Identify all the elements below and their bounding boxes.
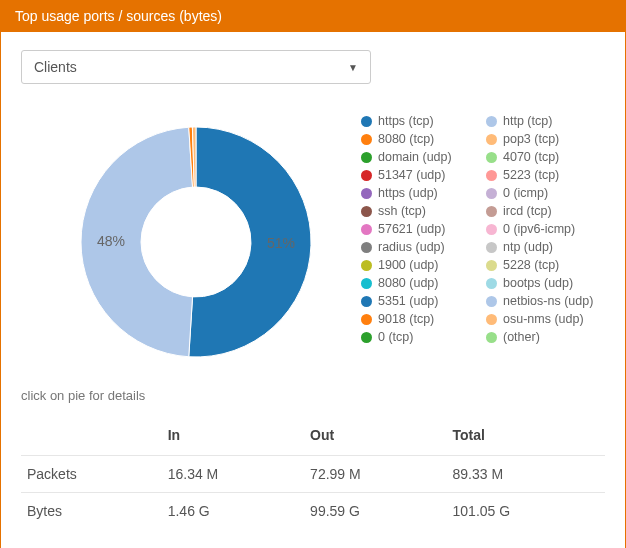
legend-swatch <box>361 170 372 181</box>
panel-body: Clients ▼ 51%48% https (tcp)http (tcp)80… <box>1 32 625 548</box>
legend-swatch <box>486 296 497 307</box>
legend-item[interactable]: 0 (ipv6-icmp) <box>486 222 605 236</box>
legend-item[interactable]: 1900 (udp) <box>361 258 480 272</box>
panel-title: Top usage ports / sources (bytes) <box>15 8 222 24</box>
chart-area: 51%48% https (tcp)http (tcp)8080 (tcp)po… <box>21 112 605 372</box>
donut-chart-container: 51%48% <box>21 112 361 372</box>
legend-item[interactable]: pop3 (tcp) <box>486 132 605 146</box>
legend-item[interactable]: ntp (udp) <box>486 240 605 254</box>
legend-label: ntp (udp) <box>503 240 553 254</box>
legend-swatch <box>486 224 497 235</box>
view-select[interactable]: Clients ▼ <box>21 50 371 84</box>
legend-label: osu-nms (udp) <box>503 312 584 326</box>
donut-chart[interactable]: 51%48% <box>51 112 331 372</box>
legend-swatch <box>486 314 497 325</box>
legend-swatch <box>361 260 372 271</box>
legend-item[interactable]: 4070 (tcp) <box>486 150 605 164</box>
legend-swatch <box>361 296 372 307</box>
legend-label: 1900 (udp) <box>378 258 438 272</box>
legend-item[interactable]: https (tcp) <box>361 114 480 128</box>
legend-item[interactable]: 0 (tcp) <box>361 330 480 344</box>
stats-table: In Out Total Packets16.34 M72.99 M89.33 … <box>21 417 605 529</box>
legend-swatch <box>361 188 372 199</box>
legend-item[interactable]: 9018 (tcp) <box>361 312 480 326</box>
legend-swatch <box>486 170 497 181</box>
legend-item[interactable]: 0 (icmp) <box>486 186 605 200</box>
legend-label: 0 (tcp) <box>378 330 413 344</box>
legend-swatch <box>361 116 372 127</box>
legend-label: 0 (icmp) <box>503 186 548 200</box>
legend-item[interactable]: 51347 (udp) <box>361 168 480 182</box>
legend-label: 4070 (tcp) <box>503 150 559 164</box>
legend-item[interactable]: 5223 (tcp) <box>486 168 605 182</box>
legend-item[interactable]: ssh (tcp) <box>361 204 480 218</box>
col-in: In <box>162 417 304 456</box>
slice-percent-label: 48% <box>97 233 125 249</box>
legend-swatch <box>361 134 372 145</box>
legend-item[interactable]: radius (udp) <box>361 240 480 254</box>
slice-percent-label: 51% <box>267 235 295 251</box>
legend-item[interactable]: bootps (udp) <box>486 276 605 290</box>
chart-hint: click on pie for details <box>21 388 605 403</box>
legend-item[interactable]: https (udp) <box>361 186 480 200</box>
legend-label: 57621 (udp) <box>378 222 445 236</box>
cell-out: 99.59 G <box>304 493 446 530</box>
legend-item[interactable]: http (tcp) <box>486 114 605 128</box>
legend-item[interactable]: 5228 (tcp) <box>486 258 605 272</box>
legend-swatch <box>486 278 497 289</box>
legend-swatch <box>361 332 372 343</box>
legend-label: 0 (ipv6-icmp) <box>503 222 575 236</box>
legend-swatch <box>361 242 372 253</box>
legend-label: bootps (udp) <box>503 276 573 290</box>
panel: Top usage ports / sources (bytes) Client… <box>0 0 626 548</box>
legend-swatch <box>486 116 497 127</box>
legend-label: 8080 (udp) <box>378 276 438 290</box>
legend-label: http (tcp) <box>503 114 552 128</box>
legend-label: (other) <box>503 330 540 344</box>
legend: https (tcp)http (tcp)8080 (tcp)pop3 (tcp… <box>361 112 605 372</box>
legend-swatch <box>486 188 497 199</box>
legend-swatch <box>486 260 497 271</box>
legend-label: pop3 (tcp) <box>503 132 559 146</box>
cell-total: 89.33 M <box>447 456 605 493</box>
legend-swatch <box>361 314 372 325</box>
legend-label: radius (udp) <box>378 240 445 254</box>
legend-label: 51347 (udp) <box>378 168 445 182</box>
legend-label: https (udp) <box>378 186 438 200</box>
legend-swatch <box>486 206 497 217</box>
col-total: Total <box>447 417 605 456</box>
cell-label: Packets <box>21 456 162 493</box>
legend-swatch <box>486 134 497 145</box>
table-header-row: In Out Total <box>21 417 605 456</box>
col-blank <box>21 417 162 456</box>
legend-label: https (tcp) <box>378 114 434 128</box>
legend-item[interactable]: netbios-ns (udp) <box>486 294 605 308</box>
cell-total: 101.05 G <box>447 493 605 530</box>
legend-label: 5228 (tcp) <box>503 258 559 272</box>
legend-item[interactable]: osu-nms (udp) <box>486 312 605 326</box>
legend-swatch <box>361 206 372 217</box>
legend-label: 5351 (udp) <box>378 294 438 308</box>
legend-item[interactable]: 8080 (tcp) <box>361 132 480 146</box>
legend-item[interactable]: domain (udp) <box>361 150 480 164</box>
legend-swatch <box>361 224 372 235</box>
legend-swatch <box>361 278 372 289</box>
legend-swatch <box>486 332 497 343</box>
table-row: Packets16.34 M72.99 M89.33 M <box>21 456 605 493</box>
legend-item[interactable]: ircd (tcp) <box>486 204 605 218</box>
cell-out: 72.99 M <box>304 456 446 493</box>
panel-header: Top usage ports / sources (bytes) <box>1 0 625 32</box>
legend-label: netbios-ns (udp) <box>503 294 593 308</box>
legend-swatch <box>361 152 372 163</box>
legend-label: domain (udp) <box>378 150 452 164</box>
cell-in: 1.46 G <box>162 493 304 530</box>
view-select-value: Clients <box>34 59 77 75</box>
legend-item[interactable]: 5351 (udp) <box>361 294 480 308</box>
legend-item[interactable]: 8080 (udp) <box>361 276 480 290</box>
legend-label: 9018 (tcp) <box>378 312 434 326</box>
legend-swatch <box>486 152 497 163</box>
legend-item[interactable]: (other) <box>486 330 605 344</box>
legend-label: 5223 (tcp) <box>503 168 559 182</box>
legend-label: ssh (tcp) <box>378 204 426 218</box>
legend-item[interactable]: 57621 (udp) <box>361 222 480 236</box>
